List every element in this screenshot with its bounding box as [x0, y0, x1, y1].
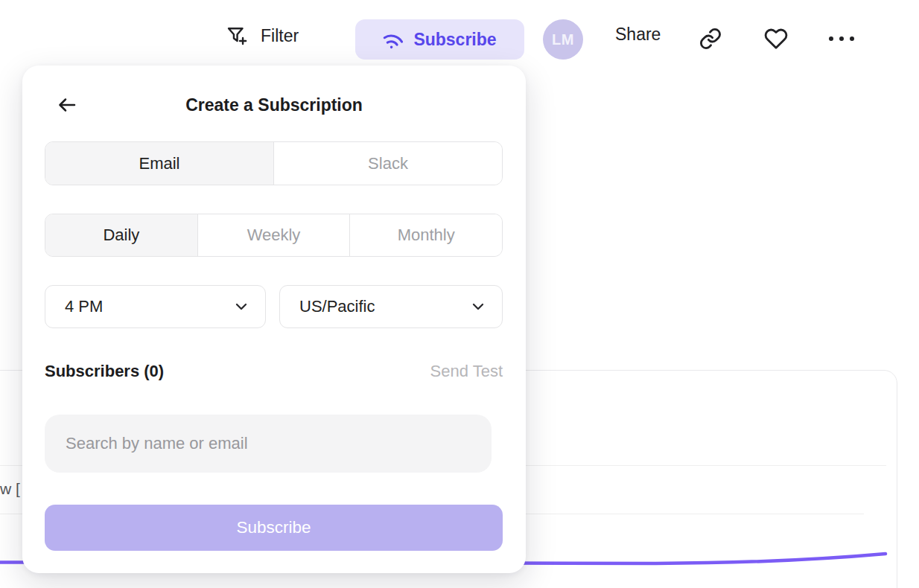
frequency-tabs: Daily Weekly Monthly [45, 214, 503, 257]
more-options-button[interactable] [827, 33, 856, 45]
filter-label: Filter [261, 26, 299, 46]
favorite-button[interactable] [764, 27, 788, 51]
send-test-button[interactable]: Send Test [430, 362, 503, 381]
heart-icon [764, 27, 788, 51]
copy-link-button[interactable] [699, 27, 722, 51]
share-button[interactable]: Share [615, 25, 661, 45]
chevron-down-icon [235, 303, 247, 310]
modal-subscribe-button[interactable]: Subscribe [45, 505, 503, 551]
tab-weekly[interactable]: Weekly [197, 214, 350, 256]
filter-plus-icon [226, 25, 248, 47]
chevron-down-icon [472, 303, 484, 310]
modal-title: Create a Subscription [22, 95, 526, 115]
time-select[interactable]: 4 PM [45, 285, 266, 328]
rss-icon [383, 29, 404, 50]
tab-monthly[interactable]: Monthly [349, 214, 502, 256]
create-subscription-modal: Create a Subscription Email Slack Daily … [22, 65, 526, 573]
share-label: Share [615, 25, 661, 45]
tab-email[interactable]: Email [45, 142, 273, 185]
avatar[interactable]: LM [543, 19, 583, 60]
subscribers-label: Subscribers (0) [45, 362, 164, 381]
avatar-initials: LM [552, 31, 574, 48]
ellipsis-icon [827, 33, 856, 45]
timezone-select[interactable]: US/Pacific [279, 285, 503, 328]
subscribers-row: Subscribers (0) Send Test [45, 362, 503, 381]
subscribe-label: Subscribe [413, 30, 496, 50]
background-partial-text: w [ [0, 480, 20, 498]
tab-slack[interactable]: Slack [273, 142, 502, 185]
toolbar: Filter Subscribe LM Share [0, 0, 919, 74]
subscriber-search-input[interactable] [45, 415, 492, 473]
link-icon [699, 27, 722, 51]
tab-daily[interactable]: Daily [45, 214, 197, 256]
channel-tabs: Email Slack [45, 141, 503, 185]
filter-button[interactable]: Filter [226, 25, 299, 47]
timezone-select-value: US/Pacific [299, 297, 472, 316]
time-select-value: 4 PM [65, 297, 235, 316]
subscribe-button[interactable]: Subscribe [355, 19, 524, 60]
